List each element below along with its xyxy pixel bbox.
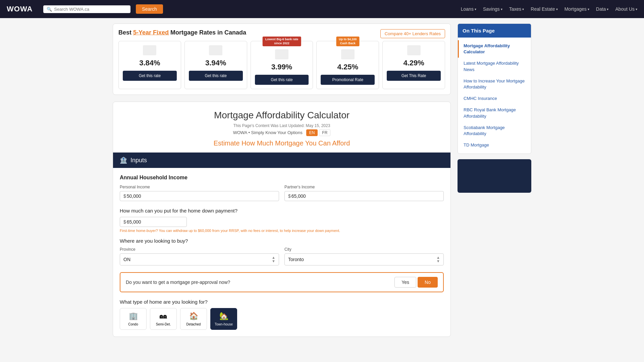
content-area: Compare 40+ Lenders Rates Best 5-Year Fi… — [113, 23, 451, 337]
detached-icon: 🏠 — [189, 312, 198, 320]
personal-income-input[interactable] — [127, 193, 275, 199]
lender-logo-5 — [407, 45, 421, 55]
rate-card-4: Up to $4,100Cash Back 4.25% Promotional … — [316, 41, 379, 89]
pre-approval-box: Do you want to get a mortgage pre-approv… — [120, 272, 444, 292]
inputs-header: 🏦 Inputs — [113, 153, 450, 168]
nav-about[interactable]: About Us ▾ — [615, 6, 637, 12]
down-payment-hint: First-time home-buyer? You can withdraw … — [120, 229, 444, 233]
rate-value-5: 4.29% — [403, 59, 424, 67]
nav-taxes[interactable]: Taxes ▾ — [509, 6, 524, 12]
sidebar-link-rbc[interactable]: RBC Royal Bank Mortgage Affordability — [458, 104, 531, 122]
home-type-townhouse[interactable]: 🏡 Town-house — [210, 308, 237, 330]
rate-value-1: 3.84% — [139, 59, 160, 67]
home-type-question: What type of home are you looking for? — [120, 299, 444, 305]
sidebar: On This Page Mortgage Affordability Calc… — [458, 23, 531, 337]
calc-last-updated: This Page's Content Was Last Updated: Ma… — [118, 123, 445, 128]
search-wrapper: 🔍 — [43, 5, 130, 13]
lang-fr-button[interactable]: FR — [319, 129, 330, 136]
sidebar-ad — [458, 159, 531, 193]
calc-tagline: WOWA • Simply Know Your Options EN FR — [118, 129, 445, 136]
annual-income-title: Annual Household Income — [120, 175, 444, 181]
lang-btns: EN FR — [306, 129, 331, 136]
rate-card-1: 3.84% Get this rate — [118, 41, 181, 89]
nav-realestate[interactable]: Real Estate ▾ — [531, 6, 557, 12]
rate-btn-2[interactable]: Get this rate — [189, 71, 243, 81]
inputs-body: Annual Household Income Personal Income … — [113, 168, 450, 337]
condo-label: Condo — [128, 322, 138, 326]
rate-section: Compare 40+ Lenders Rates Best 5-Year Fi… — [113, 23, 451, 95]
nav-data[interactable]: Data ▾ — [596, 6, 609, 12]
lender-logo-1 — [143, 45, 156, 55]
calc-estimate: Estimate How Much Mortgage You Can Affor… — [118, 139, 445, 147]
province-select[interactable]: ON ▲▼ — [120, 253, 279, 265]
semi-icon: 🏘 — [160, 312, 167, 320]
search-button[interactable]: Search — [136, 4, 163, 14]
home-type-semi[interactable]: 🏘 Semi-Det. — [150, 308, 177, 330]
pre-approval-question: Do you want to get a mortgage pre-approv… — [126, 280, 389, 285]
nav-savings[interactable]: Savings ▾ — [483, 6, 502, 12]
personal-income-prefix: $ — [123, 193, 126, 199]
sidebar-link-scotiabank[interactable]: Scotiabank Mortgage Affordability — [458, 122, 531, 139]
detached-label: Detached — [186, 322, 201, 326]
sidebar-links: Mortgage Affordability Calculator Latest… — [458, 38, 531, 154]
lender-logo-3 — [275, 49, 288, 59]
inputs-icon: 🏦 — [120, 157, 127, 164]
home-type-condo[interactable]: 🏢 Condo — [120, 308, 147, 330]
compare-button[interactable]: Compare 40+ Lenders Rates — [380, 29, 445, 38]
brand-logo: WOWA — [7, 5, 33, 13]
city-value: Toronto — [288, 257, 304, 262]
rate-section-header: Compare 40+ Lenders Rates Best 5-Year Fi… — [118, 29, 445, 36]
rate-title-prefix: Best — [118, 29, 133, 36]
search-input[interactable] — [54, 7, 114, 12]
inputs-header-label: Inputs — [130, 157, 147, 164]
nav-loans[interactable]: Loans ▾ — [461, 6, 476, 12]
rate-btn-3[interactable]: Get this rate — [255, 75, 309, 85]
home-type-detached[interactable]: 🏠 Detached — [180, 308, 207, 330]
partner-income-field: Partner's Income $ — [284, 185, 444, 201]
nav-mortgages[interactable]: Mortgages ▾ — [565, 6, 589, 12]
province-label: Province — [120, 247, 279, 252]
rate-badge-3: Lowest Big-6 bank ratesince 2022 — [263, 37, 301, 46]
partner-income-input[interactable] — [291, 193, 440, 199]
sidebar-link-increase[interactable]: How to Increase Your Mortgage Affordabil… — [458, 75, 531, 93]
lender-logo-4 — [341, 49, 355, 59]
rate-card-5: 4.29% Get This Rate — [382, 41, 445, 89]
realestate-arrow: ▾ — [556, 7, 558, 11]
rate-value-4: 4.25% — [337, 63, 358, 71]
townhouse-label: Town-house — [215, 322, 233, 326]
down-payment-prefix: $ — [123, 219, 126, 225]
on-this-page: On This Page Mortgage Affordability Calc… — [458, 23, 531, 154]
navbar: WOWA 🔍 Search Loans ▾ Savings ▾ Taxes ▾ … — [0, 0, 644, 18]
city-field: City Toronto ▲▼ — [284, 247, 444, 265]
sidebar-link-news[interactable]: Latest Mortgage Affordability News — [458, 58, 531, 75]
personal-income-label: Personal Income — [120, 185, 279, 189]
personal-income-wrapper: $ — [120, 191, 279, 201]
rate-btn-5[interactable]: Get This Rate — [387, 71, 441, 81]
savings-arrow: ▾ — [501, 7, 502, 11]
partner-income-wrapper: $ — [284, 191, 444, 201]
down-payment-input[interactable] — [127, 219, 183, 225]
sidebar-link-cmhc[interactable]: CMHC Insurance — [458, 93, 531, 104]
lang-en-button[interactable]: EN — [306, 129, 318, 136]
rate-badge-4: Up to $4,100Cash Back — [336, 37, 359, 46]
taxes-arrow: ▾ — [522, 7, 524, 11]
partner-income-label: Partner's Income — [284, 185, 444, 189]
townhouse-icon: 🏡 — [219, 312, 228, 320]
home-type-row: 🏢 Condo 🏘 Semi-Det. 🏠 Detached 🏡 Town-ho… — [120, 308, 444, 330]
lender-logo-2 — [209, 45, 222, 55]
partner-income-prefix: $ — [288, 193, 291, 199]
no-button[interactable]: No — [418, 277, 438, 288]
sidebar-link-calculator[interactable]: Mortgage Affordability Calculator — [458, 40, 531, 58]
location-question: Where are you looking to buy? — [120, 238, 444, 244]
sidebar-link-td[interactable]: TD Mortgage — [458, 139, 531, 151]
calc-header: Mortgage Affordability Calculator This P… — [113, 102, 450, 150]
data-arrow: ▾ — [607, 7, 608, 11]
yes-button[interactable]: Yes — [394, 277, 416, 288]
calculator-section: Mortgage Affordability Calculator This P… — [113, 102, 451, 337]
rate-btn-1[interactable]: Get this rate — [123, 71, 177, 81]
condo-icon: 🏢 — [129, 312, 138, 320]
income-row: Personal Income $ Partner's Income $ — [120, 185, 444, 201]
rate-btn-4[interactable]: Promotional Rate — [321, 75, 375, 85]
city-select[interactable]: Toronto ▲▼ — [284, 253, 444, 265]
nav-links: Loans ▾ Savings ▾ Taxes ▾ Real Estate ▾ … — [461, 6, 637, 12]
